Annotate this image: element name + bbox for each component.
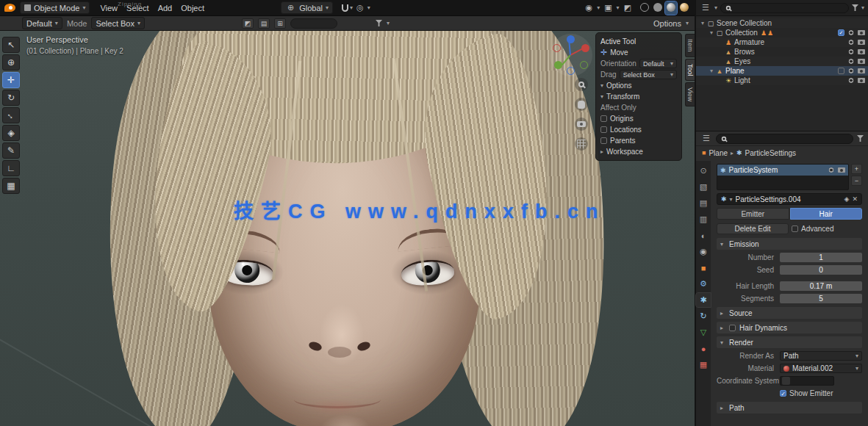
outliner-filter-chevron-icon[interactable]: ▾ [861,4,864,11]
object-data-tab[interactable]: ▽ [696,325,711,339]
select-box-tool[interactable]: ↖ [2,37,20,53]
coordinate-object-field[interactable] [780,376,834,386]
outliner-row[interactable]: ☀Light [696,76,868,85]
menu-add[interactable]: Add [154,2,177,14]
outliner-row[interactable]: ▾▲Plane [696,66,868,76]
camera-view-icon[interactable] [575,118,588,131]
options-subpanel-header[interactable]: ▾Options [600,80,677,91]
filter-icon[interactable] [376,20,382,26]
snap-settings-icon[interactable]: ▤ [258,18,270,29]
measure-tool[interactable]: ∟ [2,160,20,176]
rotate-tool[interactable]: ↻ [2,90,20,106]
add-cube-tool[interactable]: ▦ [2,178,20,194]
camera-toggle[interactable] [858,59,865,64]
editor-type-icon[interactable]: ☰ [700,3,711,12]
camera-toggle[interactable] [858,78,865,83]
orientation-select[interactable]: ⊕ Global ▾ [281,1,333,14]
emission-panel-header[interactable]: ▾Emission [717,238,862,250]
particles-tab[interactable]: ✱ [696,293,711,307]
particle-type-emitter-button[interactable]: Emitter [717,208,789,220]
hair-dynamics-panel-header[interactable]: ▸ Hair Dynamics [717,322,862,333]
outliner-item-name[interactable]: Brows [734,48,755,56]
grid-settings-icon[interactable]: ⊞ [274,18,286,29]
particle-system-item[interactable]: ✱ ParticleSystem [717,165,848,176]
camera-toggle[interactable] [838,167,845,173]
properties-filter-icon[interactable] [857,135,864,142]
snap-magnet-icon[interactable] [342,4,348,12]
transform-subpanel-header[interactable]: ▾Transform [600,91,677,102]
pivot-point-icon[interactable]: ◉ [584,3,595,12]
outliner-search-input[interactable] [720,3,849,13]
camera-toggle[interactable] [858,49,865,54]
expander-icon[interactable]: ▾ [708,68,715,74]
z-axis-dot[interactable] [567,35,575,43]
remove-particle-system-button[interactable]: − [851,176,862,186]
options-menu[interactable]: Options [653,19,681,28]
outliner-item-name[interactable]: Armature [734,38,764,46]
hair-length-field[interactable]: 0.17 m [780,281,862,291]
sidebar-tab-item[interactable]: Item [685,34,695,57]
fake-user-icon[interactable]: ◈ [844,195,850,203]
outliner-row[interactable]: ▾▢Collection♟♟✓ [696,28,868,37]
mode-select[interactable]: Object Mode ▾ [20,1,90,14]
affect-only-origins-checkbox[interactable]: Origins [600,113,677,124]
eye-toggle[interactable] [847,59,855,64]
path-panel-header[interactable]: ▸Path [717,402,862,414]
z-axis-neg-dot[interactable] [567,67,575,75]
material-tab[interactable]: ● [696,342,711,355]
breadcrumb-settings[interactable]: ParticleSettings [745,149,796,157]
shading-material-preview-button[interactable] [665,1,677,15]
camera-toggle[interactable] [858,30,865,35]
unlink-icon[interactable]: ✕ [852,195,858,203]
delete-edit-button[interactable]: Delete Edit [717,223,789,234]
outliner-item-name[interactable]: Plane [725,67,745,75]
number-field[interactable]: 1 [780,253,862,262]
outliner-row[interactable]: ▲Eyes [696,57,868,66]
show-emitter-checkbox[interactable]: ✓ Show Emitter [780,389,862,397]
sidebar-tab-view[interactable]: View [685,82,695,106]
outliner-filter-icon[interactable] [852,4,858,11]
output-tab[interactable]: ▤ [696,196,711,210]
overlays-icon[interactable]: ▣ [602,3,614,12]
checkbox-toggle[interactable]: ✓ [838,29,844,36]
properties-search-input[interactable] [716,134,853,144]
physics-tab[interactable]: ↻ [696,309,711,323]
xray-toggle-icon[interactable]: ◩ [622,3,634,12]
source-panel-header[interactable]: ▸Source [717,307,862,319]
filter-chevron-icon[interactable]: ▾ [387,20,390,26]
expander-icon[interactable]: ▾ [708,29,715,36]
eye-toggle[interactable] [828,167,835,173]
transform-pivot-icon[interactable]: ◩ [242,18,254,29]
workspace-subpanel-header[interactable]: ▸Workspace [600,146,677,157]
navigation-gizmo[interactable] [550,34,592,76]
drag-value-select[interactable]: Select Box▾ [620,70,677,79]
scene-tab[interactable]: ◐ [696,228,711,242]
outliner-row[interactable]: ▾▢Scene Collection [696,18,868,28]
transform-tool[interactable]: ◈ [2,125,20,141]
browse-chevron-icon[interactable]: ▾ [730,196,733,203]
eye-toggle[interactable] [847,68,855,73]
render-as-select[interactable]: Path▾ [780,351,862,361]
proportional-chevron-icon[interactable]: ▾ [367,4,370,11]
cursor-tool[interactable]: ⊕ [2,54,20,71]
camera-toggle[interactable] [858,40,865,45]
seed-field[interactable]: 0 [780,265,862,275]
view-layer-tab[interactable]: ▥ [696,212,711,226]
active-tool-header[interactable]: Active Tool [600,36,677,47]
shading-solid-button[interactable] [652,1,664,15]
particle-settings-id-field[interactable]: ✱ ▾ ParticleSettings.004 ◈ ✕ [717,193,862,205]
outliner-row[interactable]: ♟Armature [696,37,868,47]
particle-type-hair-button[interactable]: Hair [790,208,863,220]
camera-toggle[interactable] [858,68,865,73]
outliner-item-name[interactable]: Collection [725,29,758,37]
blender-logo-icon[interactable] [4,4,15,12]
move-tool[interactable]: ✛ [2,72,20,88]
scale-tool[interactable]: ↔ [2,107,20,123]
affect-only-locations-checkbox[interactable]: Locations [600,124,677,135]
x-axis-dot[interactable] [581,44,589,52]
outliner-row[interactable]: ▲Brows [696,47,868,57]
world-tab[interactable]: ◉ [696,245,711,259]
sidebar-tab-tool[interactable]: Tool [685,59,695,82]
editor-type-chevron-icon[interactable]: ▾ [714,4,717,11]
pivot-chevron-icon[interactable]: ▾ [597,4,600,11]
